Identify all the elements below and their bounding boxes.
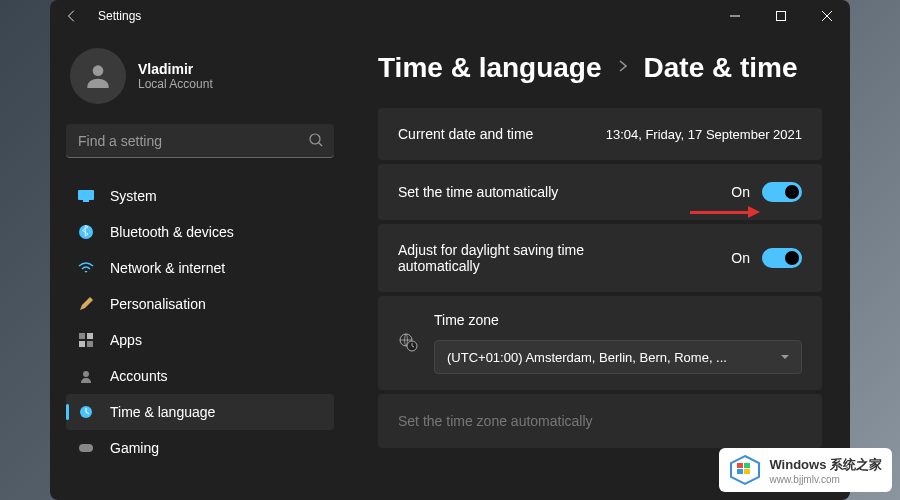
settings-window: Settings Vladimir Local Account	[50, 0, 850, 500]
nav-label: System	[110, 188, 157, 204]
svg-rect-22	[737, 469, 743, 474]
person-icon	[82, 60, 114, 92]
minimize-button[interactable]	[712, 0, 758, 32]
nav-item-personalisation[interactable]: Personalisation	[66, 286, 334, 322]
svg-point-14	[83, 371, 89, 377]
svg-rect-8	[83, 200, 89, 202]
apps-icon	[78, 332, 94, 348]
arrow-icon	[690, 211, 750, 214]
avatar	[70, 48, 126, 104]
dst-state: On	[731, 250, 750, 266]
card-timezone: Time zone (UTC+01:00) Amsterdam, Berlin,…	[378, 296, 822, 390]
search-icon	[308, 132, 324, 152]
arrow-left-icon	[65, 9, 79, 23]
dst-toggle-wrap: On	[731, 248, 802, 268]
svg-rect-20	[737, 463, 743, 468]
nav-list: System Bluetooth & devices Network & int…	[66, 178, 334, 466]
card-current-datetime: Current date and time 13:04, Friday, 17 …	[378, 108, 822, 160]
nav-label: Time & language	[110, 404, 215, 420]
nav-item-apps[interactable]: Apps	[66, 322, 334, 358]
svg-rect-10	[79, 333, 85, 339]
breadcrumb: Time & language Date & time	[378, 52, 822, 84]
annotation-arrow	[690, 211, 750, 214]
profile-sub: Local Account	[138, 77, 213, 91]
brush-icon	[78, 296, 94, 312]
svg-rect-11	[87, 333, 93, 339]
titlebar: Settings	[50, 0, 850, 32]
nav-item-accounts[interactable]: Accounts	[66, 358, 334, 394]
profile-name: Vladimir	[138, 61, 213, 77]
close-icon	[822, 11, 832, 21]
svg-rect-12	[79, 341, 85, 347]
close-button[interactable]	[804, 0, 850, 32]
accounts-icon	[78, 368, 94, 384]
bluetooth-icon	[78, 224, 94, 240]
svg-rect-7	[78, 190, 94, 200]
nav-label: Bluetooth & devices	[110, 224, 234, 240]
nav-item-system[interactable]: System	[66, 178, 334, 214]
nav-label: Network & internet	[110, 260, 225, 276]
svg-line-6	[319, 143, 322, 146]
watermark-text: Windows 系统之家 www.bjjmlv.com	[769, 456, 882, 485]
svg-rect-16	[79, 444, 93, 452]
sidebar: Vladimir Local Account System Bluetooth …	[50, 32, 350, 500]
dst-label: Adjust for daylight saving time automati…	[398, 242, 658, 274]
auto-time-toggle[interactable]	[762, 182, 802, 202]
watermark-url: www.bjjmlv.com	[769, 474, 882, 485]
breadcrumb-current: Date & time	[644, 52, 798, 84]
search-wrapper	[66, 124, 334, 158]
system-icon	[78, 188, 94, 204]
nav-item-time-language[interactable]: Time & language	[66, 394, 334, 430]
window-title: Settings	[98, 9, 141, 23]
nav-label: Personalisation	[110, 296, 206, 312]
wifi-icon	[78, 260, 94, 276]
nav-label: Apps	[110, 332, 142, 348]
globe-clock-icon	[398, 332, 418, 356]
svg-point-4	[93, 65, 104, 76]
auto-time-toggle-wrap: On	[731, 182, 802, 202]
nav-item-bluetooth[interactable]: Bluetooth & devices	[66, 214, 334, 250]
gaming-icon	[78, 440, 94, 456]
current-datetime-label: Current date and time	[398, 126, 533, 142]
nav-label: Accounts	[110, 368, 168, 384]
nav-label: Gaming	[110, 440, 159, 456]
svg-point-5	[310, 134, 320, 144]
card-auto-timezone: Set the time zone automatically	[378, 394, 822, 448]
watermark: Windows 系统之家 www.bjjmlv.com	[719, 448, 892, 492]
main-panel: Time & language Date & time Current date…	[350, 32, 850, 500]
chevron-right-icon	[618, 59, 628, 77]
search-input[interactable]	[66, 124, 334, 158]
nav-item-network[interactable]: Network & internet	[66, 250, 334, 286]
svg-rect-21	[744, 463, 750, 468]
timezone-content: Time zone (UTC+01:00) Amsterdam, Berlin,…	[434, 312, 802, 374]
auto-time-state: On	[731, 184, 750, 200]
profile-block[interactable]: Vladimir Local Account	[66, 48, 334, 104]
content-area: Vladimir Local Account System Bluetooth …	[50, 32, 850, 500]
current-datetime-value: 13:04, Friday, 17 September 2021	[606, 127, 802, 142]
window-controls	[712, 0, 850, 32]
timezone-value: (UTC+01:00) Amsterdam, Berlin, Bern, Rom…	[447, 350, 727, 365]
nav-item-gaming[interactable]: Gaming	[66, 430, 334, 466]
timezone-select[interactable]: (UTC+01:00) Amsterdam, Berlin, Bern, Rom…	[434, 340, 802, 374]
watermark-title: Windows 系统之家	[769, 456, 882, 474]
maximize-button[interactable]	[758, 0, 804, 32]
profile-text: Vladimir Local Account	[138, 61, 213, 91]
minimize-icon	[730, 11, 740, 21]
breadcrumb-parent[interactable]: Time & language	[378, 52, 602, 84]
windows-logo-icon	[729, 454, 761, 486]
svg-point-9	[79, 225, 93, 239]
card-dst: Adjust for daylight saving time automati…	[378, 224, 822, 292]
auto-timezone-label: Set the time zone automatically	[398, 413, 593, 429]
back-button[interactable]	[62, 6, 82, 26]
dst-toggle[interactable]	[762, 248, 802, 268]
svg-rect-13	[87, 341, 93, 347]
svg-rect-23	[744, 469, 750, 474]
svg-rect-1	[777, 12, 786, 21]
auto-time-label: Set the time automatically	[398, 184, 558, 200]
time-icon	[78, 404, 94, 420]
timezone-label: Time zone	[434, 312, 802, 328]
maximize-icon	[776, 11, 786, 21]
